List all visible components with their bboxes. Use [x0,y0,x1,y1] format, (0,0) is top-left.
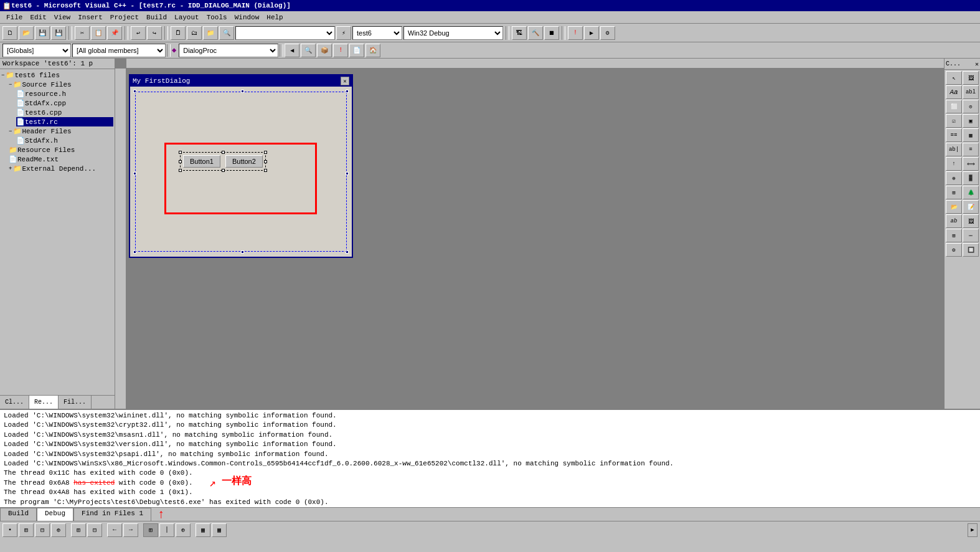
workspace-button[interactable]: 📁 [203,26,218,40]
ctrl-horiz[interactable]: ⟺ [963,157,979,171]
redo-button[interactable]: ↪ [147,26,162,40]
exclaim-btn[interactable]: ! [333,44,348,57]
bt9[interactable]: ⊞ [143,523,158,537]
sidebar-tab-resource[interactable]: Re... [29,396,59,409]
view-btn[interactable]: 📄 [349,44,364,57]
menu-item-view[interactable]: View [50,12,74,22]
build-btn[interactable]: 🏗 [512,26,527,40]
members-combo[interactable]: [All global members] [72,44,166,57]
ctrl-arrow[interactable]: ↖ [946,71,962,85]
tree-item-sourcefiles[interactable]: − 📁 Source Files [9,80,113,89]
bt1[interactable]: ▪ [2,523,17,537]
menu-item-project[interactable]: Project [106,12,143,22]
globals-combo[interactable]: [Globals] [2,44,71,57]
menu-item-file[interactable]: File [2,12,26,22]
menu-item-build[interactable]: Build [143,12,171,22]
menu-item-layout[interactable]: Layout [171,12,203,22]
tree-item-test6cpp[interactable]: 📄 test6.cpp [16,108,113,117]
tree-item-stdafxh[interactable]: 📄 StdAfx.h [16,136,113,145]
ctrl-gear[interactable]: ⚙ [946,243,962,257]
ctrl-frame[interactable]: ⬜ [946,100,962,113]
new-button[interactable]: 🗋 [2,26,17,40]
sidebar-tab-files[interactable]: Fil... [59,396,92,409]
ctrl-progress[interactable]: ▓ [963,171,979,185]
ctrl-combo[interactable]: ▦ [963,128,979,142]
bt7[interactable]: ← [107,523,122,537]
ctrl-listbox[interactable]: ≡≡ [946,128,962,142]
go-btn[interactable]: ◀ [285,44,299,57]
ctrl-tab[interactable]: 📂 [946,200,962,214]
new-folder-button[interactable]: 🗂 [187,26,202,40]
design-area[interactable]: My FirstDialog ✕ [115,59,944,409]
tab-find-in-files[interactable]: Find in Files 1 [73,508,151,521]
undo-button[interactable]: ↩ [131,26,146,40]
function-combo[interactable] [235,26,335,40]
open-button[interactable]: 📂 [19,26,34,40]
bt10[interactable]: | [159,523,174,537]
bt3[interactable]: ⊟ [35,523,50,537]
ctrl-grid[interactable]: ⊞ [946,229,962,242]
controls-close-button[interactable]: ✕ [975,60,979,68]
run-btn[interactable]: ! [568,26,583,40]
ctrl-checkbox[interactable]: ☑ [946,114,962,128]
dialog-proc-combo[interactable]: DialogProc [179,44,278,57]
bt13[interactable]: ▦ [212,523,227,537]
bt4[interactable]: ⊕ [51,523,66,537]
tab-debug[interactable]: Debug [37,508,73,521]
search-button[interactable]: 🔍 [219,26,234,40]
debug-run-btn[interactable]: ▶ [584,26,599,40]
ctrl-dots[interactable]: ⋯ [963,229,979,242]
copy-button[interactable]: 📋 [91,26,106,40]
bt6[interactable]: ⊟ [87,523,102,537]
ctrl-spin[interactable]: ⊕ [946,171,962,185]
tree-item-resourcefiles[interactable]: 📁 Resource Files [9,145,113,155]
save-all-button[interactable]: 💾 [35,26,50,40]
ctrl-treeview[interactable]: 🌲 [963,186,979,199]
build2-btn[interactable]: 📦 [317,44,332,57]
save-button[interactable]: 💾 [51,26,66,40]
dialog-window[interactable]: My FirstDialog ✕ [129,74,353,258]
ctrl-picture[interactable]: 🖼 [963,71,979,85]
ctrl-abl[interactable]: abl [963,85,979,99]
tree-item-stdafxcpp[interactable]: 📄 StdAfx.cpp [16,98,113,108]
ctrl-group[interactable]: ▣ [963,114,979,128]
tree-item-headerfiles[interactable]: − 📁 Header Files [9,126,113,136]
menu-item-tools[interactable]: Tools [203,12,231,22]
ctrl-image2[interactable]: 🖼 [963,214,979,228]
stop-btn[interactable]: ⏹ [544,26,559,40]
tree-item-test7rc[interactable]: 📄 test7.rc [16,117,113,126]
home-btn[interactable]: 🏠 [365,44,380,57]
menu-item-insert[interactable]: Insert [74,12,106,22]
menu-item-edit[interactable]: Edit [26,12,50,22]
config-combo[interactable]: Win32 Debug [403,26,503,40]
tree-item-test6files[interactable]: − 📁 test6 files [1,70,113,80]
bt8[interactable]: → [123,523,138,537]
find-button[interactable]: ⚡ [336,26,351,40]
ctrl-uparrow[interactable]: ↑ [946,157,962,171]
tree-item-readme[interactable]: 📄 ReadMe.txt [9,155,113,164]
menu-item-help[interactable]: Help [263,12,286,22]
menu-item-window[interactable]: Window [231,12,263,22]
ctrl-richtext[interactable]: 📝 [963,200,979,214]
ctrl-custom[interactable]: 🔲 [963,243,979,257]
ctrl-listview[interactable]: ⊞ [946,186,962,199]
bt12[interactable]: ▦ [196,523,210,537]
paste-button[interactable]: 📌 [107,26,122,40]
ctrl-scrollbar[interactable]: ≡ [963,143,979,156]
sidebar-tab-class[interactable]: Cl... [0,396,29,409]
project-combo[interactable]: test6 [352,26,402,40]
bt5[interactable]: ⊞ [71,523,86,537]
dialog-close-button[interactable]: ✕ [341,77,349,85]
cut-button[interactable]: ✂ [75,26,90,40]
compile-btn[interactable]: 🔨 [528,26,543,40]
status-scrollbar-right[interactable]: ▶ [968,523,978,537]
bt11[interactable]: ⊕ [176,523,191,537]
ctrl-text[interactable]: Aa [946,85,962,99]
tab-build[interactable]: Build [0,508,37,521]
tree-item-external[interactable]: + 📁 External Depend... [9,164,113,173]
ctrl-edit[interactable]: ab| [946,143,962,156]
tree-item-resourceh[interactable]: 📄 resource.h [16,89,113,98]
settings-btn[interactable]: ⚙ [600,26,615,40]
ctrl-ab[interactable]: ab [946,214,962,228]
ctrl-radio[interactable]: ⊙ [963,100,979,113]
